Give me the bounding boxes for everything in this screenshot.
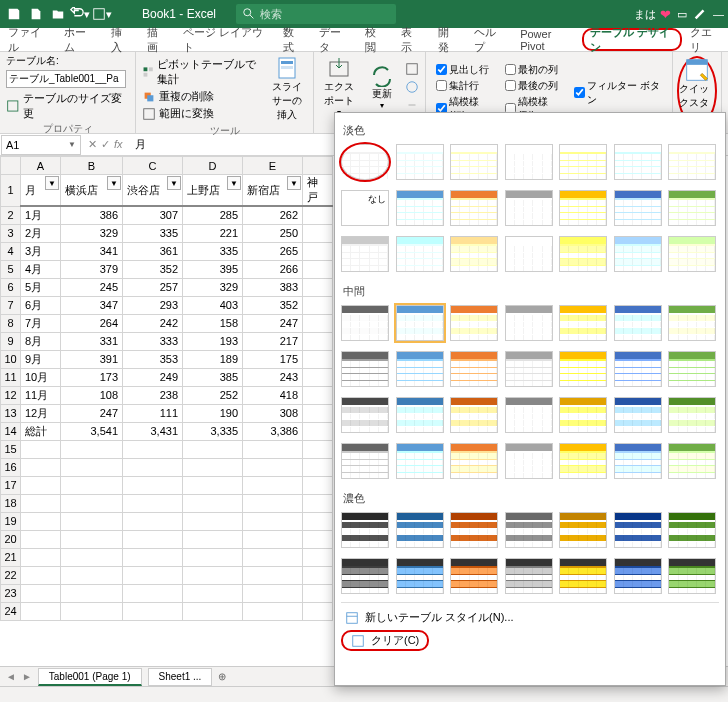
- cell[interactable]: [303, 368, 333, 386]
- cell[interactable]: [243, 494, 303, 512]
- cell[interactable]: [21, 584, 61, 602]
- draw-icon[interactable]: [693, 6, 707, 22]
- cell[interactable]: 252: [183, 386, 243, 404]
- cell[interactable]: [243, 584, 303, 602]
- cell[interactable]: 3,386: [243, 422, 303, 440]
- col-header[interactable]: B: [61, 157, 123, 175]
- table-style-thumb[interactable]: [614, 512, 662, 548]
- row-header[interactable]: 17: [1, 476, 21, 494]
- cell[interactable]: [303, 584, 333, 602]
- table-header-cell[interactable]: 渋谷店▼: [123, 175, 183, 207]
- tab-ファイル[interactable]: ファイル: [0, 28, 56, 51]
- cell[interactable]: [183, 458, 243, 476]
- user-account[interactable]: まは ❤: [634, 7, 671, 22]
- table-style-thumb[interactable]: [559, 512, 607, 548]
- cell[interactable]: 403: [183, 296, 243, 314]
- table-style-none[interactable]: なし: [341, 190, 389, 226]
- sheet-tab-other[interactable]: Sheet1 ...: [148, 668, 213, 686]
- table-style-thumb[interactable]: [614, 190, 662, 226]
- cell[interactable]: 352: [123, 260, 183, 278]
- table-style-thumb[interactable]: [505, 144, 553, 180]
- cell[interactable]: [21, 602, 61, 620]
- cell[interactable]: 391: [61, 350, 123, 368]
- col-header[interactable]: C: [123, 157, 183, 175]
- tab-ホーム[interactable]: ホーム: [56, 28, 102, 51]
- row-header[interactable]: 12: [1, 386, 21, 404]
- cell[interactable]: [123, 440, 183, 458]
- cell[interactable]: 385: [183, 368, 243, 386]
- cell[interactable]: [21, 566, 61, 584]
- table-style-thumb[interactable]: [559, 190, 607, 226]
- cell[interactable]: [243, 440, 303, 458]
- refresh-button[interactable]: 更新 ▾: [363, 61, 402, 112]
- browser-icon[interactable]: [405, 80, 419, 94]
- table-style-thumb[interactable]: [396, 558, 444, 594]
- cell[interactable]: [21, 530, 61, 548]
- cell[interactable]: 379: [61, 260, 123, 278]
- table-style-thumb[interactable]: [668, 351, 716, 387]
- cell[interactable]: [123, 548, 183, 566]
- cell[interactable]: [183, 584, 243, 602]
- cell[interactable]: 361: [123, 242, 183, 260]
- table-style-thumb[interactable]: [614, 558, 662, 594]
- cell[interactable]: [303, 224, 333, 242]
- table-style-thumb[interactable]: [396, 351, 444, 387]
- save-icon[interactable]: [4, 4, 24, 24]
- cell[interactable]: 221: [183, 224, 243, 242]
- row-header[interactable]: 16: [1, 458, 21, 476]
- table-style-thumb[interactable]: [450, 190, 498, 226]
- cell[interactable]: 418: [243, 386, 303, 404]
- row-header[interactable]: 14: [1, 422, 21, 440]
- table-style-thumb[interactable]: [505, 558, 553, 594]
- cell[interactable]: 247: [61, 404, 123, 422]
- table-style-thumb[interactable]: [668, 236, 716, 272]
- cell[interactable]: 190: [183, 404, 243, 422]
- row-header[interactable]: 6: [1, 278, 21, 296]
- cell[interactable]: 9月: [21, 350, 61, 368]
- table-style-thumb[interactable]: [450, 236, 498, 272]
- row-header[interactable]: 2: [1, 206, 21, 224]
- cell[interactable]: [183, 440, 243, 458]
- cell[interactable]: 総計: [21, 422, 61, 440]
- cell[interactable]: 1月: [21, 206, 61, 224]
- cell[interactable]: 173: [61, 368, 123, 386]
- cell[interactable]: 3,335: [183, 422, 243, 440]
- table-style-thumb[interactable]: [341, 236, 389, 272]
- cell[interactable]: [303, 206, 333, 224]
- cell[interactable]: [21, 458, 61, 476]
- cell[interactable]: [303, 458, 333, 476]
- cell[interactable]: 193: [183, 332, 243, 350]
- cell[interactable]: 238: [123, 386, 183, 404]
- new-icon[interactable]: [26, 4, 46, 24]
- tab-テーブル デザイン[interactable]: テーブル デザイン: [582, 28, 682, 51]
- table-style-thumb[interactable]: [614, 351, 662, 387]
- table-style-thumb[interactable]: [341, 144, 389, 180]
- row-header[interactable]: 24: [1, 602, 21, 620]
- table-header-cell[interactable]: 新宿店▼: [243, 175, 303, 207]
- cell[interactable]: [61, 440, 123, 458]
- table-style-thumb[interactable]: [505, 512, 553, 548]
- first-col-checkbox[interactable]: 最初の列: [501, 62, 566, 78]
- row-header[interactable]: 3: [1, 224, 21, 242]
- cell[interactable]: 383: [243, 278, 303, 296]
- sheet-nav-left-icon[interactable]: ◄: [6, 671, 16, 682]
- table-style-thumb[interactable]: [396, 190, 444, 226]
- table-header-cell[interactable]: 月▼: [21, 175, 61, 207]
- cell[interactable]: [303, 242, 333, 260]
- new-sheet-icon[interactable]: ⊕: [218, 671, 226, 682]
- cell[interactable]: 158: [183, 314, 243, 332]
- table-style-thumb[interactable]: [559, 144, 607, 180]
- enter-icon[interactable]: ✓: [101, 138, 110, 151]
- cell[interactable]: [303, 260, 333, 278]
- cell[interactable]: 10月: [21, 368, 61, 386]
- name-box[interactable]: A1 ▼: [1, 135, 81, 155]
- cell[interactable]: 386: [61, 206, 123, 224]
- table-style-thumb[interactable]: [505, 443, 553, 479]
- cell[interactable]: [21, 476, 61, 494]
- tab-数式[interactable]: 数式: [275, 28, 311, 51]
- unlink-icon[interactable]: [405, 98, 419, 112]
- cell[interactable]: 353: [123, 350, 183, 368]
- open-icon[interactable]: [48, 4, 68, 24]
- tab-データ[interactable]: データ: [311, 28, 357, 51]
- cell[interactable]: 7月: [21, 314, 61, 332]
